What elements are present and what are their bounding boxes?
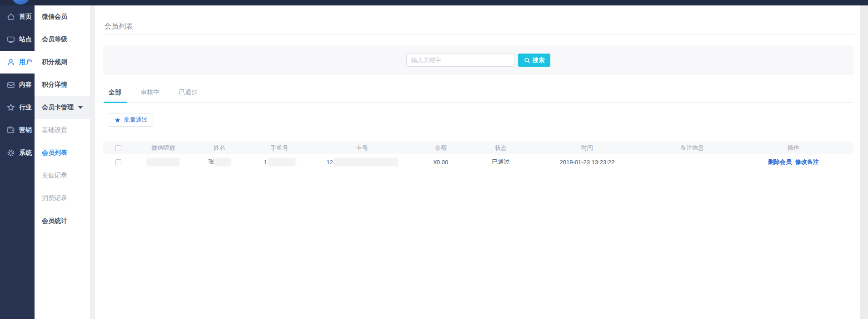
tab-label: 全部 (109, 88, 121, 96)
page-title: 会员列表 (104, 22, 853, 31)
batch-approve-label: 批量通过 (124, 116, 147, 124)
menu-item-basic-settings[interactable]: 基础设置 (35, 119, 90, 142)
top-bar (0, 0, 868, 5)
monitor-icon (6, 35, 15, 44)
menu-item-label: 基础设置 (42, 126, 67, 134)
sidebar-item-label: 内容 (19, 81, 32, 89)
cell-name: 张 (193, 158, 246, 166)
cell-status: 已通过 (471, 158, 531, 166)
redacted-name (215, 158, 230, 166)
menu-item-label: 微信会员 (42, 13, 67, 21)
tab-label: 已通过 (179, 88, 198, 96)
redacted-card-number (334, 158, 398, 166)
gear-icon (6, 148, 15, 157)
cell-time: 2019-01-23 13:23:22 (531, 159, 644, 166)
status-tabs: 全部 审核中 已通过 (104, 88, 853, 103)
table-row: 张 1 12 ¥0.00 已通过 2019-01-23 13:23:22 删除会… (103, 154, 853, 170)
tab-all[interactable]: 全部 (109, 88, 121, 102)
scrollbar-track[interactable] (860, 5, 868, 319)
tab-label: 审核中 (140, 88, 160, 96)
column-header-status: 状态 (471, 144, 531, 152)
menu-item-label: 积分规则 (42, 58, 67, 66)
search-button-label: 搜索 (533, 56, 544, 64)
sidebar-item-content[interactable]: 内容 (0, 74, 35, 96)
redacted-nickname (147, 158, 179, 166)
sidebar-item-home[interactable]: 首页 (0, 5, 35, 28)
menu-item-recharge-records[interactable]: 充值记录 (35, 164, 90, 187)
sidebar-item-label: 行业 (19, 103, 32, 112)
chevron-down-icon (78, 106, 83, 109)
home-icon (6, 12, 15, 21)
page-header: 会员列表 (104, 5, 853, 35)
table-header-row: 微信昵称 姓名 手机号 卡号 余额 状态 时间 备注信息 操作 (103, 142, 853, 154)
wallet-icon (6, 126, 15, 135)
menu-item-member-list[interactable]: 会员列表 (35, 142, 90, 164)
sidebar-item-industry[interactable]: 行业 (0, 96, 35, 119)
edit-remark-link[interactable]: 修改备注 (795, 158, 819, 166)
cell-balance: ¥0.00 (411, 159, 471, 166)
menu-item-consumption-records[interactable]: 消费记录 (35, 187, 90, 210)
column-header-actions: 操作 (741, 144, 846, 152)
toolbar: ★ 批量通过 (108, 113, 853, 127)
column-header-name: 姓名 (193, 144, 246, 152)
members-table: 微信昵称 姓名 手机号 卡号 余额 状态 时间 备注信息 操作 张 1 12 ¥… (103, 142, 853, 170)
star-icon: ★ (115, 117, 120, 123)
sidebar-item-label: 营销 (19, 126, 32, 134)
sidebar-item-marketing[interactable]: 营销 (0, 119, 35, 142)
search-input[interactable] (406, 54, 514, 67)
menu-item-label: 会员等级 (42, 35, 67, 44)
menu-item-wechat-members[interactable]: 微信会员 (35, 5, 90, 28)
batch-approve-button[interactable]: ★ 批量通过 (108, 113, 154, 127)
row-checkbox[interactable] (115, 159, 121, 165)
menu-item-label: 充值记录 (42, 172, 67, 180)
column-header-wechat-nickname: 微信昵称 (133, 144, 193, 152)
column-header-time: 时间 (531, 144, 644, 152)
cell-card-number: 12 (313, 158, 411, 166)
menu-item-label: 会员统计 (42, 217, 67, 225)
star-icon (6, 103, 15, 112)
menu-item-label: 会员卡管理 (42, 103, 74, 112)
name-prefix: 张 (208, 158, 214, 166)
menu-item-member-levels[interactable]: 会员等级 (35, 28, 90, 51)
menu-item-member-statistics[interactable]: 会员统计 (35, 210, 90, 232)
column-header-remark: 备注信息 (644, 144, 741, 152)
sidebar-item-label: 首页 (19, 13, 32, 21)
sidebar-item-label: 用户 (19, 58, 32, 66)
tab-pending-review[interactable]: 审核中 (140, 88, 160, 102)
app-logo (11, 0, 30, 5)
primary-sidebar: 首页 站点 用户 内容 行业 营销 系统 (0, 5, 35, 319)
tab-approved[interactable]: 已通过 (179, 88, 198, 102)
cell-wechat-nickname (133, 158, 193, 166)
mail-icon (6, 80, 15, 89)
column-header-card-number: 卡号 (313, 144, 411, 152)
menu-item-label: 会员列表 (42, 149, 67, 157)
cell-actions: 删除会员 修改备注 (741, 158, 846, 166)
sidebar-item-label: 站点 (19, 35, 32, 44)
column-header-balance: 余额 (411, 144, 471, 152)
menu-item-label: 积分详情 (42, 81, 67, 89)
sidebar-item-users[interactable]: 用户 (0, 51, 35, 74)
sidebar-item-system[interactable]: 系统 (0, 142, 35, 164)
sidebar-item-label: 系统 (19, 149, 32, 157)
menu-item-member-card-management[interactable]: 会员卡管理 (35, 96, 90, 119)
search-icon (524, 57, 530, 64)
sidebar-item-site[interactable]: 站点 (0, 28, 35, 51)
search-button[interactable]: 搜索 (518, 54, 550, 67)
menu-item-points-detail[interactable]: 积分详情 (35, 74, 90, 96)
menu-item-points-rules[interactable]: 积分规则 (35, 51, 90, 74)
phone-prefix: 1 (264, 159, 267, 166)
sidebar-gutter (90, 5, 95, 319)
cell-phone: 1 (246, 158, 314, 166)
column-header-phone: 手机号 (246, 144, 314, 152)
main-content: 会员列表 搜索 全部 审核中 已通过 ★ 批量通过 (95, 5, 860, 319)
search-section: 搜索 (103, 45, 853, 75)
select-all-checkbox[interactable] (115, 145, 121, 151)
secondary-sidebar: 微信会员 会员等级 积分规则 积分详情 会员卡管理 基础设置 会员列表 充值记录… (35, 5, 90, 319)
delete-member-link[interactable]: 删除会员 (768, 158, 792, 166)
redacted-phone (268, 158, 295, 166)
card-prefix: 12 (326, 159, 333, 166)
user-icon (6, 58, 15, 67)
menu-item-label: 消费记录 (42, 194, 67, 202)
